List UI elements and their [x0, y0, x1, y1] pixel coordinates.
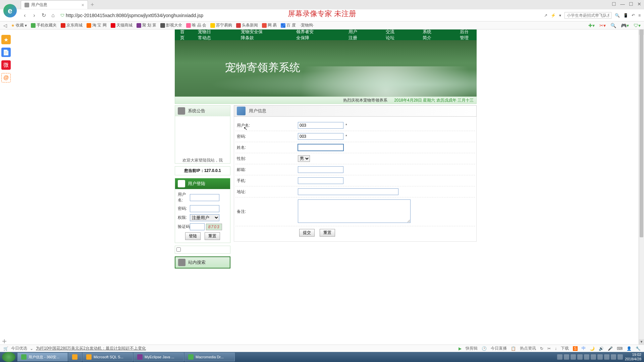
- today-label[interactable]: 今日优选: [11, 346, 27, 351]
- chevron-down-icon[interactable]: ▾: [559, 13, 561, 18]
- tray-icon[interactable]: [611, 354, 616, 360]
- tray-icon[interactable]: 中: [582, 346, 586, 351]
- nav-item[interactable]: 系统简介: [421, 29, 436, 41]
- bookmark-item[interactable]: ·宠物狗·: [300, 22, 314, 28]
- bookmark-item[interactable]: 天猫商城: [111, 22, 132, 28]
- play-icon[interactable]: ▶: [459, 346, 462, 351]
- scroll-down-icon[interactable]: ▼: [639, 339, 644, 345]
- window-box-icon[interactable]: ☐: [612, 1, 616, 7]
- tray-icon[interactable]: [591, 354, 596, 360]
- tray-icon[interactable]: ⌨: [617, 346, 623, 351]
- tray-icon[interactable]: 🔊: [599, 346, 604, 351]
- tray-icon[interactable]: 🔧: [636, 346, 641, 351]
- news-link[interactable]: 为歼10中国花280万美元买2台发动机：最后计划却赶不上变化: [36, 346, 146, 351]
- bookmark-item[interactable]: 京东商城: [61, 22, 83, 28]
- tray-icon[interactable]: [564, 354, 569, 360]
- ext-icon[interactable]: 🛡▾: [634, 23, 641, 28]
- back-button[interactable]: ‹: [20, 11, 30, 20]
- bookmark-item[interactable]: 🐾百 度: [281, 22, 296, 28]
- tray-icon[interactable]: [604, 354, 609, 360]
- download-icon[interactable]: ↓: [555, 346, 557, 351]
- tray-icon[interactable]: 👤: [627, 346, 632, 351]
- menu-icon[interactable]: ≡: [638, 13, 641, 18]
- cart-icon[interactable]: 🛒: [3, 346, 8, 351]
- bookmark-item[interactable]: 唯 品 会: [186, 22, 206, 28]
- reload-button[interactable]: ↻: [39, 11, 48, 20]
- ext-icon[interactable]: 🎮▾: [621, 23, 629, 28]
- login-submit-button[interactable]: 登陆: [185, 232, 201, 240]
- refresh-icon[interactable]: ↻: [540, 346, 543, 351]
- taskbar-item[interactable]: Microsoft SQL S...: [83, 353, 133, 361]
- login-reset-button[interactable]: 重置: [205, 232, 220, 240]
- side-tab-weibo[interactable]: 微: [1, 60, 11, 70]
- taskbar-item[interactable]: MyEclipse Java ...: [133, 353, 184, 361]
- search-icon[interactable]: 🔍: [615, 13, 620, 18]
- nav-item[interactable]: 用户注册: [346, 29, 362, 41]
- ime-icon[interactable]: S: [573, 346, 578, 351]
- tray-icon[interactable]: 🌙: [590, 346, 595, 351]
- share-icon[interactable]: ↗: [544, 13, 547, 18]
- submit-button[interactable]: 提交: [299, 229, 315, 237]
- captcha-image[interactable]: 8703: [206, 224, 222, 230]
- window-close-icon[interactable]: ✕: [637, 1, 641, 7]
- reset-button[interactable]: 重置: [320, 229, 335, 237]
- news-icon[interactable]: 📋: [511, 346, 516, 351]
- checkbox[interactable]: [176, 247, 181, 252]
- nav-item[interactable]: 后台管理: [458, 29, 473, 41]
- nav-home[interactable]: 首页: [178, 29, 188, 41]
- tray-icon[interactable]: [557, 354, 562, 360]
- bookmark-favorites[interactable]: ★收藏▾: [11, 22, 27, 28]
- start-button[interactable]: [2, 352, 15, 362]
- taskbar-item[interactable]: 用户信息 - 360安...: [17, 353, 68, 361]
- nav-item[interactable]: 领养者安全保障: [294, 29, 318, 41]
- bookmark-item[interactable]: 苏宁易购: [210, 22, 232, 28]
- home-button[interactable]: ⌂: [48, 11, 58, 20]
- tray-icon[interactable]: [618, 354, 623, 360]
- bookmark-item[interactable]: 手机收藏夹: [31, 22, 57, 28]
- side-tab-doc[interactable]: 📄: [1, 48, 11, 57]
- password-input[interactable]: [298, 133, 343, 140]
- gender-select[interactable]: 男: [298, 155, 310, 162]
- side-tab-favorites[interactable]: ★: [1, 35, 11, 44]
- tray-icon[interactable]: 🎤: [608, 346, 613, 351]
- undo-icon[interactable]: ↶: [632, 13, 635, 18]
- login-user-input[interactable]: [190, 194, 219, 201]
- login-pass-input[interactable]: [190, 205, 219, 212]
- tray-icon[interactable]: [584, 354, 589, 360]
- bookmark-item[interactable]: 聚 划 算: [137, 22, 157, 28]
- system-clock[interactable]: 19:02 2018/4/28: [625, 353, 641, 361]
- bookmark-item[interactable]: 淘 宝 网: [87, 22, 107, 28]
- clock-icon[interactable]: 🕐: [482, 346, 487, 351]
- tray-icon[interactable]: [597, 354, 603, 360]
- taskbar-item[interactable]: Macromedia Dr...: [184, 353, 235, 361]
- chevron-down-icon[interactable]: ⌄: [30, 346, 33, 351]
- login-role-select[interactable]: 注册用户: [190, 214, 219, 221]
- bm-back-icon[interactable]: ◁: [3, 23, 7, 28]
- phone-input[interactable]: [298, 177, 343, 184]
- name-input[interactable]: [298, 144, 343, 151]
- browser-tab[interactable]: 用户信息 ×: [21, 0, 88, 9]
- nav-item[interactable]: 宠物安全保障条款: [239, 29, 266, 41]
- ext-icon[interactable]: 🔍: [610, 23, 616, 28]
- forward-button[interactable]: ›: [30, 11, 39, 20]
- scrollbar[interactable]: ▲ ▼: [639, 29, 644, 345]
- phone-icon[interactable]: 📱: [623, 13, 628, 18]
- new-tab-button[interactable]: +: [91, 1, 94, 8]
- bookmark-item[interactable]: 网 易: [262, 22, 277, 28]
- bookmark-item[interactable]: 影视大全: [160, 22, 182, 28]
- address-input[interactable]: [298, 188, 398, 195]
- remark-textarea[interactable]: [298, 199, 411, 223]
- ext-icon[interactable]: ✂▾: [599, 23, 606, 28]
- bolt-icon[interactable]: ⚡: [551, 13, 556, 18]
- bookmark-item[interactable]: 头条新闻: [236, 22, 258, 28]
- taskbar-item[interactable]: [68, 353, 82, 361]
- browser-search-input[interactable]: [565, 12, 611, 19]
- username-input[interactable]: [298, 122, 343, 129]
- side-tab-at[interactable]: @: [1, 73, 11, 82]
- tray-icon[interactable]: [571, 354, 576, 360]
- maximize-icon[interactable]: ☐: [629, 1, 633, 7]
- nav-item[interactable]: 宠物日常动态: [196, 29, 217, 41]
- ext-icon[interactable]: ✚▾: [588, 23, 595, 28]
- login-captcha-input[interactable]: [190, 223, 205, 230]
- block-icon[interactable]: ✂: [547, 346, 551, 351]
